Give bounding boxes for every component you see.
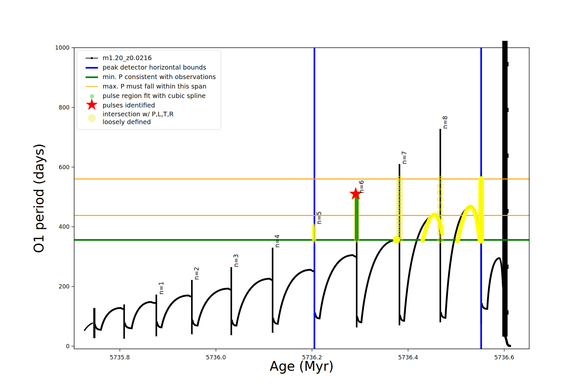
yellow-intersection-blob — [393, 236, 400, 243]
series-hump — [232, 279, 272, 325]
legend-label: pulse region fit with cubic spline — [103, 92, 206, 100]
series-line-icon — [86, 58, 98, 59]
peak-label: n=5 — [315, 211, 322, 224]
peak-label: n=6 — [358, 180, 365, 193]
legend-item: peak detector horizontal bounds — [81, 63, 217, 72]
star-icon: ★ — [85, 100, 99, 108]
series-hump — [315, 255, 356, 318]
thick-line-icon — [86, 67, 98, 69]
y-tick-label: 0 — [66, 343, 70, 350]
y-tick-label: 1000 — [55, 44, 70, 51]
yellow-intersection-marker — [437, 210, 443, 216]
thin-line-icon — [86, 86, 98, 87]
peak-label: n=2 — [193, 267, 200, 280]
legend-label: intersection w/ P,L,T,Rloosely defined — [103, 110, 173, 126]
legend-label: peak detector horizontal bounds — [103, 64, 206, 72]
series-hump — [192, 288, 231, 325]
peak-label: n=3 — [232, 254, 239, 267]
band-ragged-edge — [507, 62, 509, 66]
thick-line-icon — [86, 76, 98, 78]
band-ragged-edge — [507, 209, 509, 213]
legend-item: max. P must fall within this span — [81, 82, 217, 91]
series-hump — [482, 258, 503, 309]
peak-label: n=4 — [274, 235, 281, 248]
peak-label: n=8 — [441, 116, 449, 129]
band-ragged-edge — [507, 310, 509, 315]
yellow-intersection-marker — [437, 237, 443, 243]
yellow-intersection-marker — [437, 183, 443, 188]
series-hump — [157, 295, 192, 327]
legend-item: ★pulses identified — [81, 101, 217, 110]
yellow-intersection-marker — [437, 190, 443, 195]
yellow-intersection-marker — [437, 197, 443, 202]
legend-item: intersection w/ P,L,T,Rloosely defined — [81, 110, 217, 126]
peak-label: n=7 — [400, 151, 408, 164]
y-tick-label: 200 — [59, 283, 70, 290]
legend-label: min. P consistent with observations — [103, 73, 216, 81]
yellow-intersection-marker — [437, 203, 443, 209]
yellow-intersection-marker — [397, 176, 402, 182]
dense-oscillation-band — [502, 41, 508, 337]
peak-label: n=1 — [157, 282, 165, 295]
y-tick-label: 800 — [59, 104, 70, 111]
legend-item: pulse region fit with cubic spline — [81, 91, 217, 101]
legend-item: min. P consistent with observations — [81, 73, 217, 82]
legend-label: pulses identified — [103, 102, 155, 109]
x-axis-label: Age (Myr) — [74, 359, 529, 374]
yellow-intersection-arc — [458, 207, 480, 241]
legend-label: m1.20_z0.0216 — [103, 54, 152, 62]
series-hump — [273, 270, 314, 324]
figure: 5735.85736.05736.25736.45736.60200400600… — [0, 0, 588, 392]
band-ragged-edge — [507, 154, 509, 158]
series-hump — [125, 302, 156, 328]
yellow-intersection-marker — [437, 176, 443, 182]
band-ragged-edge — [507, 265, 509, 269]
terminal-plunge — [505, 335, 510, 346]
series-hump — [95, 308, 124, 330]
y-tick-label: 400 — [59, 223, 70, 230]
y-tick-label: 600 — [59, 164, 70, 171]
series-hump — [357, 240, 399, 322]
legend-item: m1.20_z0.0216 — [81, 54, 217, 63]
series-hump — [400, 215, 440, 321]
legend-label: max. P must fall within this span — [103, 83, 206, 90]
y-axis-label: O1 period (days) — [31, 143, 46, 253]
dot-icon — [88, 114, 96, 122]
series-lead-in — [84, 323, 93, 331]
band-ragged-edge — [507, 108, 509, 112]
legend-box: m1.20_z0.0216peak detector horizontal bo… — [77, 50, 221, 130]
